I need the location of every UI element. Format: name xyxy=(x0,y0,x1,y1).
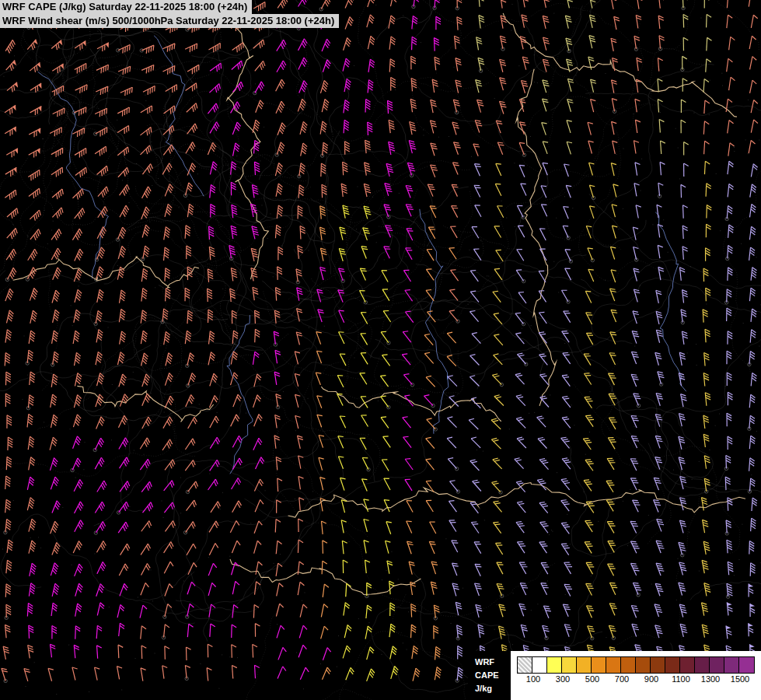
legend-tick-label: 900 xyxy=(644,674,658,684)
legend-title-line-3: J/kg xyxy=(475,682,508,695)
legend-cell xyxy=(724,657,739,673)
legend-title-line-2: CAPE xyxy=(475,669,508,682)
legend-scale: 100300500700900110013001500 xyxy=(511,651,761,700)
legend-cell xyxy=(636,657,651,673)
cape-legend: WRF CAPE J/kg 10030050070090011001300150… xyxy=(468,651,761,700)
legend-tick-label: 1500 xyxy=(731,674,749,684)
legend-tick-label: 500 xyxy=(585,674,599,684)
legend-color-scale xyxy=(518,657,754,673)
legend-cell xyxy=(577,657,592,673)
wind-barb-map-canvas xyxy=(0,0,761,700)
legend-cell xyxy=(710,657,724,673)
legend-tick-label: 700 xyxy=(615,674,629,684)
legend-cell xyxy=(606,657,621,673)
legend-cell xyxy=(532,657,547,673)
legend-cell xyxy=(592,657,606,673)
legend-cell xyxy=(518,657,532,673)
legend-cell xyxy=(680,657,695,673)
title-bar: WRF CAPE (J/kg) Saturday 22-11-2025 18:0… xyxy=(0,0,339,28)
legend-cell xyxy=(665,657,680,673)
legend-title-line-1: WRF xyxy=(475,656,508,669)
legend-cell xyxy=(739,657,754,673)
legend-title: WRF CAPE J/kg xyxy=(468,651,511,700)
legend-tick-label: 1300 xyxy=(701,674,720,684)
legend-tick-labels: 100300500700900110013001500 xyxy=(518,674,754,686)
legend-cell xyxy=(695,657,710,673)
legend-tick-label: 300 xyxy=(556,674,570,684)
legend-cell xyxy=(651,657,665,673)
legend-cell xyxy=(621,657,636,673)
legend-tick-label: 1100 xyxy=(672,674,690,684)
wrf-forecast-map: WRF CAPE (J/kg) Saturday 22-11-2025 18:0… xyxy=(0,0,761,700)
map-title-wind-shear: WRF Wind shear (m/s) 500/1000hPa Saturda… xyxy=(0,14,339,28)
legend-tick-label: 100 xyxy=(526,674,540,684)
legend-cell xyxy=(547,657,562,673)
legend-cell xyxy=(562,657,577,673)
map-title-cape: WRF CAPE (J/kg) Saturday 22-11-2025 18:0… xyxy=(0,0,252,14)
